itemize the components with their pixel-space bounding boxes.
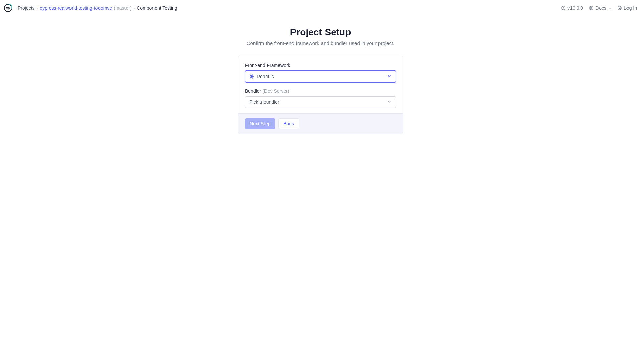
framework-select[interactable]: React.js	[245, 71, 396, 82]
bundler-label-text: Bundler	[245, 88, 261, 94]
login-text: Log In	[624, 5, 637, 11]
version-text: v10.0.0	[567, 5, 583, 11]
breadcrumb-current: Component Testing	[137, 5, 177, 11]
life-ring-icon	[589, 6, 594, 10]
framework-label: Front-end Framework	[245, 63, 396, 68]
odometer-icon	[561, 6, 566, 10]
breadcrumb: Projects › cypress-realworld-testing-tod…	[18, 5, 177, 11]
select-value: React.js	[249, 74, 274, 79]
header: cy Projects › cypress-realworld-testing-…	[0, 0, 641, 16]
breadcrumb-projects[interactable]: Projects	[18, 5, 35, 11]
bundler-select[interactable]: Pick a bundler	[245, 96, 396, 108]
chevron-right-icon: ›	[134, 6, 135, 10]
bundler-placeholder: Pick a bundler	[249, 99, 279, 105]
setup-card: Front-end Framework React.js	[238, 56, 403, 134]
user-icon	[617, 6, 622, 10]
svg-point-6	[251, 76, 252, 77]
main-content: Project Setup Confirm the front-end fram…	[0, 16, 641, 134]
svg-point-3	[591, 7, 592, 8]
breadcrumb-branch: (master)	[114, 5, 131, 11]
cypress-logo[interactable]: cy	[4, 4, 12, 12]
svg-point-2	[590, 6, 593, 10]
bundler-field-group: Bundler (Dev Server) Pick a bundler	[245, 88, 396, 108]
react-icon	[249, 74, 254, 79]
login-button[interactable]: Log In	[617, 5, 637, 11]
framework-selected: React.js	[257, 74, 274, 79]
framework-field-group: Front-end Framework React.js	[245, 63, 396, 82]
bundler-label: Bundler (Dev Server)	[245, 88, 396, 94]
card-body: Front-end Framework React.js	[238, 56, 403, 113]
card-footer: Next Step Back	[238, 113, 403, 134]
page-subtitle: Confirm the front-end framework and bund…	[247, 40, 395, 46]
svg-point-1	[563, 8, 564, 8]
header-left: cy Projects › cypress-realworld-testing-…	[4, 4, 177, 12]
chevron-down-icon	[387, 74, 392, 80]
chevron-right-icon: ›	[37, 6, 38, 10]
chevron-down-icon: ⌄	[609, 6, 611, 10]
svg-point-5	[619, 7, 620, 8]
breadcrumb-project-link[interactable]: cypress-realworld-testing-todomvc	[40, 5, 112, 11]
docs-link[interactable]: Docs ⌄	[589, 5, 611, 11]
header-right: v10.0.0 Docs ⌄ Log In	[561, 5, 637, 11]
back-button[interactable]: Back	[278, 118, 299, 129]
select-placeholder: Pick a bundler	[249, 99, 279, 105]
docs-text: Docs	[595, 5, 606, 11]
next-step-button[interactable]: Next Step	[245, 118, 275, 129]
version-indicator[interactable]: v10.0.0	[561, 5, 583, 11]
page-title: Project Setup	[290, 27, 351, 38]
chevron-down-icon	[387, 99, 392, 105]
bundler-hint: (Dev Server)	[262, 88, 289, 94]
